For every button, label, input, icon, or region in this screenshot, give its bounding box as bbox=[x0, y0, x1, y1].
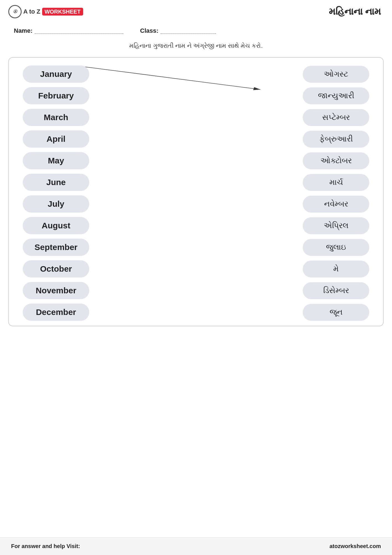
logo-circle: Ⓐ bbox=[8, 5, 22, 18]
row-february: February જાન્યુઆરી bbox=[9, 85, 383, 107]
row-december: December જૂન bbox=[9, 301, 383, 323]
month-english-june: June bbox=[23, 174, 89, 191]
logo-area: Ⓐ A to Z WORKSHEET bbox=[8, 5, 83, 18]
name-class-bar: Name: Class: bbox=[0, 22, 392, 39]
row-august: August એપ્રિલ bbox=[9, 215, 383, 236]
month-gujarati-august: ઓગસ્ટ bbox=[303, 66, 369, 83]
row-may: May ઓક્ટોબર bbox=[9, 150, 383, 171]
row-september: September જુલાઇ bbox=[9, 236, 383, 258]
page-title: મહિનાના નામ bbox=[329, 6, 381, 17]
month-gujarati-february: ફેબ્રુઆરી bbox=[303, 131, 369, 148]
month-gujarati-april: એપ્રિલ bbox=[303, 217, 369, 234]
name-label: Name: bbox=[14, 27, 32, 34]
month-gujarati-november: નવેમ્બર bbox=[303, 196, 369, 213]
name-input-line[interactable] bbox=[35, 28, 123, 34]
month-english-august: August bbox=[23, 217, 89, 234]
month-gujarati-october: ઓક્ટોબર bbox=[303, 152, 369, 169]
row-june: June માર્ચ bbox=[9, 171, 383, 193]
row-november: November ડિસેમ્બર bbox=[9, 280, 383, 301]
row-july: July નવેમ્બર bbox=[9, 193, 383, 215]
month-english-july: July bbox=[23, 195, 89, 213]
month-english-january: January bbox=[23, 65, 89, 83]
instruction-text: મહિનાના ગુજરાતી નામ ને અંગ્રેજી નામ સાથે… bbox=[0, 39, 392, 54]
header: Ⓐ A to Z WORKSHEET મહિનાના નામ bbox=[0, 0, 392, 22]
row-january: January ઓગસ્ટ bbox=[9, 63, 383, 85]
logo-text: A to Z WORKSHEET bbox=[23, 8, 83, 15]
month-gujarati-may: મે bbox=[303, 261, 369, 278]
class-input-line[interactable] bbox=[161, 28, 216, 34]
month-gujarati-march: માર્ચ bbox=[303, 174, 369, 191]
month-english-february: February bbox=[23, 87, 89, 104]
month-english-september: September bbox=[23, 239, 89, 256]
month-gujarati-december: ડિસેમ્બર bbox=[303, 282, 369, 299]
row-march: March સપ્ટેમ્બર bbox=[9, 107, 383, 128]
month-english-may: May bbox=[23, 152, 89, 169]
month-english-march: March bbox=[23, 109, 89, 126]
month-gujarati-september: સપ્ટેમ્બર bbox=[303, 109, 369, 126]
month-gujarati-january: જાન્યુઆરી bbox=[303, 87, 369, 104]
matching-container: January ઓગસ્ટ February જાન્યુઆરી March સ… bbox=[8, 57, 384, 326]
month-english-october: October bbox=[23, 260, 89, 278]
class-field: Class: bbox=[140, 27, 216, 34]
month-gujarati-june: જૂન bbox=[303, 304, 369, 321]
row-october: October મે bbox=[9, 258, 383, 280]
footer-website: atozworksheet.com bbox=[329, 543, 381, 549]
month-english-april: April bbox=[23, 130, 89, 148]
month-english-november: November bbox=[23, 282, 89, 299]
class-label: Class: bbox=[140, 27, 158, 34]
name-field: Name: bbox=[14, 27, 123, 34]
month-gujarati-july: જુલાઇ bbox=[303, 239, 369, 256]
row-april: April ફેબ્રુઆરી bbox=[9, 128, 383, 150]
footer-left-text: For answer and help Visit: bbox=[11, 543, 80, 549]
month-english-december: December bbox=[23, 304, 89, 321]
footer: For answer and help Visit: atozworksheet… bbox=[0, 537, 392, 555]
